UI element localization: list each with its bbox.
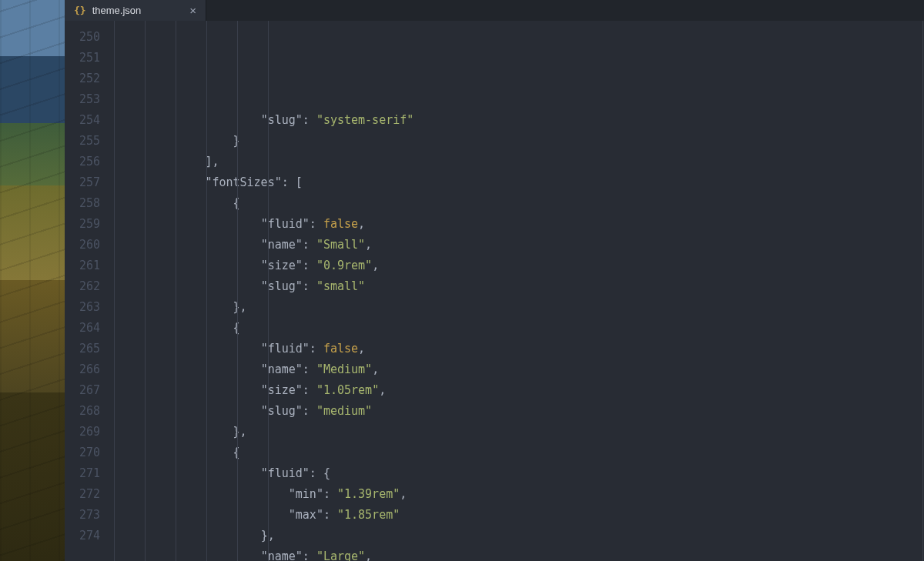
line-number: 268 — [65, 401, 100, 422]
line-number: 272 — [65, 484, 100, 505]
code-line[interactable]: "fluid": { — [122, 463, 924, 484]
line-number: 269 — [65, 422, 100, 442]
line-number: 252 — [65, 68, 100, 89]
line-number: 271 — [65, 463, 100, 484]
code-line[interactable]: { — [122, 193, 924, 214]
line-number: 270 — [65, 442, 100, 463]
line-number: 262 — [65, 276, 100, 297]
line-number: 267 — [65, 380, 100, 401]
line-number: 260 — [65, 235, 100, 255]
line-number: 258 — [65, 193, 100, 214]
ruler-right — [922, 21, 923, 561]
desktop-wallpaper — [0, 0, 65, 561]
code-line[interactable]: "name": "Small", — [122, 235, 924, 255]
code-line[interactable]: "slug": "medium" — [122, 401, 924, 422]
line-number: 253 — [65, 89, 100, 110]
line-number: 254 — [65, 110, 100, 131]
code-line[interactable]: "size": "0.9rem", — [122, 255, 924, 276]
code-line[interactable]: } — [122, 131, 924, 152]
code-line[interactable]: "name": "Large", — [122, 546, 924, 561]
line-number: 274 — [65, 526, 100, 546]
line-number: 259 — [65, 214, 100, 235]
line-number: 261 — [65, 255, 100, 276]
line-number: 273 — [65, 505, 100, 526]
line-number-gutter: 2502512522532542552562572582592602612622… — [65, 21, 114, 561]
code-line[interactable]: ], — [122, 152, 924, 172]
code-line[interactable]: "slug": "small" — [122, 276, 924, 297]
code-line[interactable]: "fluid": false, — [122, 339, 924, 359]
tab-bar: {} theme.json × — [65, 0, 924, 21]
code-content[interactable]: "slug": "system-serif" } ], "fontSizes":… — [114, 21, 924, 561]
tab-theme-json[interactable]: {} theme.json × — [65, 0, 206, 21]
code-line[interactable]: "fluid": false, — [122, 214, 924, 235]
line-number: 256 — [65, 152, 100, 172]
code-line[interactable]: "fontSizes": [ — [122, 172, 924, 193]
line-number: 250 — [65, 27, 100, 48]
line-number: 251 — [65, 48, 100, 68]
line-number: 266 — [65, 359, 100, 380]
code-area[interactable]: 2502512522532542552562572582592602612622… — [65, 21, 924, 561]
line-number: 265 — [65, 339, 100, 359]
close-icon[interactable]: × — [189, 5, 196, 16]
code-line[interactable]: }, — [122, 526, 924, 546]
line-number: 257 — [65, 172, 100, 193]
code-line[interactable]: "slug": "system-serif" — [122, 110, 924, 131]
code-line[interactable]: "min": "1.39rem", — [122, 484, 924, 505]
code-line[interactable]: { — [122, 318, 924, 339]
editor-window: {} theme.json × 250251252253254255256257… — [65, 0, 924, 561]
code-line[interactable]: "name": "Medium", — [122, 359, 924, 380]
code-line[interactable]: }, — [122, 422, 924, 442]
code-line[interactable]: { — [122, 442, 924, 463]
code-line[interactable]: "max": "1.85rem" — [122, 505, 924, 526]
tab-filename: theme.json — [92, 5, 142, 16]
line-number: 263 — [65, 297, 100, 318]
line-number: 264 — [65, 318, 100, 339]
code-line[interactable]: }, — [122, 297, 924, 318]
line-number: 255 — [65, 131, 100, 152]
code-line[interactable]: "size": "1.05rem", — [122, 380, 924, 401]
json-file-icon: {} — [74, 5, 86, 16]
